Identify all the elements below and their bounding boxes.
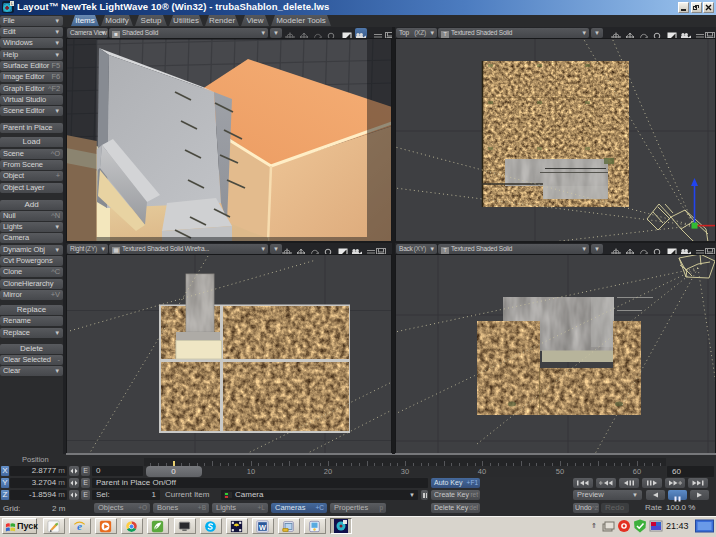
svg-text:W: W bbox=[259, 523, 266, 532]
